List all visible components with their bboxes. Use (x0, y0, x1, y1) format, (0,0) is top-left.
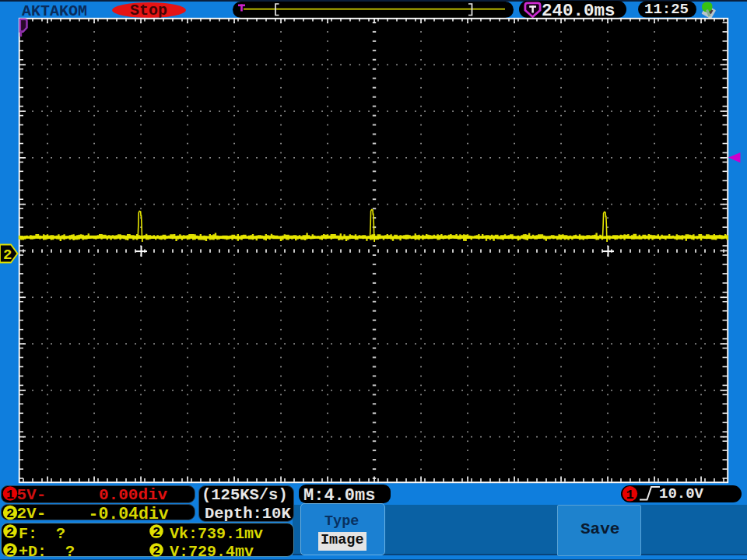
svg-text:2: 2 (6, 525, 14, 540)
svg-text:2: 2 (153, 525, 160, 540)
svg-text:1: 1 (626, 488, 633, 502)
svg-text:2: 2 (6, 506, 14, 521)
svg-text:2: 2 (6, 544, 14, 558)
svg-text:2: 2 (153, 544, 160, 558)
svg-text:1: 1 (6, 488, 14, 502)
